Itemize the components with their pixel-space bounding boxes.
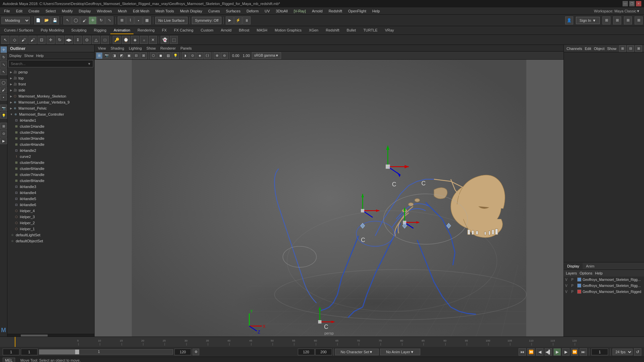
tool-rotate-left[interactable]: ↻ [0, 54, 7, 60]
tool-auto-key[interactable]: ⌚ [122, 36, 130, 44]
tab-sculpting[interactable]: Sculpting [68, 27, 90, 34]
vp-btn-cam[interactable]: 📷 [103, 52, 110, 59]
vp-btn-vis2[interactable]: ◩ [118, 52, 125, 59]
symmetry-button[interactable]: Symmetry: Off [192, 17, 221, 24]
vp-btn-ao[interactable]: ⊙ [189, 52, 196, 59]
vp-gamma-select[interactable]: sRGB gamma▼ [252, 52, 281, 59]
mode-dropdown[interactable]: Modeling Rigging Animation FX Rendering [1, 17, 30, 24]
vp-menu-view[interactable]: View [96, 46, 108, 51]
tool-paint-blend[interactable]: 🖌 [29, 36, 37, 44]
anim-tab[interactable]: Anim [583, 263, 598, 269]
no-anim-layer-dropdown[interactable]: No Anim Layer▼ [380, 349, 420, 355]
open-scene-btn[interactable]: 📂 [43, 16, 51, 24]
tool-transform-b[interactable]: ⇕ [74, 36, 82, 44]
viewport-canvas[interactable]: C C C C [95, 60, 564, 337]
goto-frame-input[interactable] [591, 349, 608, 355]
outliner-item-cluster2[interactable]: ⊞ cluster2Handle [7, 129, 94, 135]
outliner-show-menu[interactable]: Show [24, 54, 34, 58]
vp-btn-light[interactable]: 💡 [172, 52, 179, 59]
next-key-btn[interactable]: ▶ [562, 348, 570, 356]
outliner-item-cluster8[interactable]: ⊞ cluster8Handle [7, 178, 94, 184]
tab-poly-modeling[interactable]: Poly Modeling [37, 27, 67, 34]
channels-tab[interactable]: Channels [567, 47, 582, 51]
show-tab[interactable]: Show [607, 47, 616, 51]
menu-curves[interactable]: Curves [206, 8, 223, 14]
menu-edit[interactable]: Edit [13, 8, 25, 14]
vp-btn-extra1[interactable]: ⊕ [214, 52, 220, 59]
outliner-item-pelvic[interactable]: ▶ ⊕ Marmoset_Pelvic [7, 105, 94, 111]
layer-v-2[interactable]: V [565, 284, 570, 288]
goto-end-btn[interactable]: ⏭ [580, 348, 587, 356]
right-panel-btn2[interactable]: ⊟ [627, 45, 634, 52]
tool-anim-key[interactable]: ◇ [10, 36, 18, 44]
tool-breakdown[interactable]: ◈ [131, 36, 139, 44]
vp-menu-shading[interactable]: Shading [109, 46, 126, 51]
vp-menu-show[interactable]: Show [145, 46, 158, 51]
total-end-input[interactable] [315, 349, 332, 355]
layer-v-1[interactable]: V [565, 278, 570, 282]
tool-grid-left[interactable]: ⊞ [0, 123, 7, 129]
tab-arnold[interactable]: Arnold [217, 27, 235, 34]
vp-btn-vis5[interactable]: ⊠ [140, 52, 147, 59]
end-frame-input[interactable] [174, 349, 191, 355]
layer-v-3[interactable]: V [565, 290, 570, 294]
outliner-item-persp[interactable]: ▶ 🎥 persp [7, 69, 94, 75]
step-fwd-btn[interactable]: ⏩ [571, 348, 578, 356]
display-tab[interactable]: Display [564, 263, 583, 269]
vp-btn-dof[interactable]: ⟨ ⟩ [204, 52, 211, 59]
vp-menu-lighting[interactable]: Lighting [127, 46, 144, 51]
outliner-help-menu[interactable]: Help [36, 54, 44, 58]
menu-vray[interactable]: [V-Ray] [291, 8, 309, 14]
vp-btn-solid[interactable]: ◼ [157, 52, 164, 59]
layer-p-3[interactable]: P [571, 290, 576, 294]
menu-display[interactable]: Display [76, 8, 94, 14]
vp-btn-extra2[interactable]: ⊖ [221, 52, 228, 59]
outliner-item-cluster7[interactable]: ⊞ cluster7Handle [7, 172, 94, 178]
outliner-item-ikhandle1[interactable]: ⊡ ikHandle1 [7, 117, 94, 123]
pause-render-btn[interactable]: ⏸ [243, 16, 251, 24]
menu-file[interactable]: File [1, 8, 13, 14]
tab-fx[interactable]: FX [159, 27, 170, 34]
outliner-item-ikhandle5[interactable]: ⊡ ikHandle5 [7, 196, 94, 202]
vp-btn-vis3[interactable]: ▣ [125, 52, 132, 59]
menu-openflight[interactable]: OpenFlight [345, 8, 369, 14]
tool-component[interactable]: ⊡ [38, 36, 46, 44]
tool-ghost[interactable]: 👻 [161, 36, 169, 44]
tool-snap-3[interactable]: □ [101, 36, 109, 44]
tab-mash[interactable]: MASH [253, 27, 271, 34]
scale-tool-btn[interactable]: ⤡ [105, 16, 113, 24]
outliner-item-helper2[interactable]: ⬡ Helper_2 [7, 220, 94, 226]
outliner-item-cluster4[interactable]: ⊞ cluster4Handle [7, 141, 94, 147]
tool-select-left[interactable]: ↖ [0, 68, 7, 75]
right-panel-btn1[interactable]: ⊞ [619, 45, 626, 52]
vp-btn-aa[interactable]: ◈ [197, 52, 203, 59]
fps-dropdown[interactable]: 24 fps 30 fps 60 fps [612, 349, 633, 355]
edit-tab[interactable]: Edit [585, 47, 591, 51]
lasso-tool-btn[interactable]: ◯ [72, 16, 80, 24]
snap-curve-btn[interactable]: ⌇ [126, 16, 134, 24]
snap-point-btn[interactable]: • [135, 16, 143, 24]
no-character-dropdown[interactable]: No Character Set▼ [335, 349, 379, 355]
tool-misc-left[interactable]: ⊙ [0, 130, 7, 137]
tab-vray[interactable]: VRay [382, 27, 397, 34]
step-back-btn[interactable]: ⏪ [527, 348, 535, 356]
outliner-item-ikhandle6[interactable]: ⊡ ikHandle6 [7, 202, 94, 208]
tab-bifrost[interactable]: Bifrost [235, 27, 253, 34]
tool-inbetween[interactable]: ⬦ [140, 36, 148, 44]
tool-snap-2[interactable]: △ [92, 36, 100, 44]
mel-label[interactable]: MEL [3, 358, 15, 362]
menu-mesh-tools[interactable]: Mesh Tools [153, 8, 176, 14]
maximize-button[interactable]: ❐ [629, 1, 635, 6]
outliner-item-helper4[interactable]: ⬡ Helper_4 [7, 208, 94, 214]
outliner-item-top[interactable]: ▶ 🎥 top [7, 75, 94, 81]
rotate-tool-btn[interactable]: ↻ [97, 16, 105, 24]
layer-row-1[interactable]: V P Geoffroys_Marmoset_Skeleton_Rigged_C… [564, 277, 644, 283]
layer-name-1[interactable]: Geoffroys_Marmoset_Skeleton_Rigged_Co [583, 278, 643, 282]
layer-p-2[interactable]: P [571, 284, 576, 288]
tool-scale-left[interactable]: ⤡ [0, 61, 7, 68]
tool-del-key[interactable]: ✕ [149, 36, 157, 44]
options-label[interactable]: Options [580, 271, 592, 275]
menu-mesh-display[interactable]: Mesh Display [177, 8, 205, 14]
outliner-item-cluster1[interactable]: ⊞ cluster1Handle [7, 123, 94, 129]
object-tab[interactable]: Object [594, 47, 604, 51]
